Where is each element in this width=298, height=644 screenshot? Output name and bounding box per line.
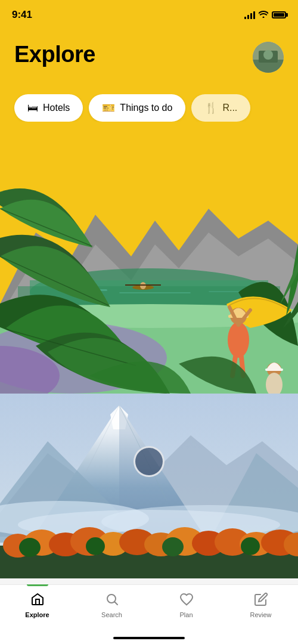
page-title: Explore: [14, 42, 95, 67]
heart-icon: [179, 592, 194, 609]
chip-things-to-do[interactable]: 🎫 Things to do: [89, 94, 185, 122]
search-icon: [105, 592, 119, 609]
hotels-icon: 🛏: [27, 102, 38, 114]
chip-restaurants[interactable]: 🍴 R...: [191, 94, 250, 122]
explore-label: Explore: [25, 611, 49, 618]
svg-rect-31: [265, 369, 283, 371]
search-label: Search: [101, 611, 122, 618]
signal-icon: [244, 11, 255, 19]
chip-things-label: Things to do: [120, 103, 172, 113]
battery-icon: [272, 11, 286, 18]
chip-hotels[interactable]: 🛏 Hotels: [14, 94, 83, 122]
svg-point-23: [228, 322, 249, 358]
svg-point-59: [19, 538, 41, 557]
nav-plan[interactable]: Plan: [149, 592, 224, 618]
svg-rect-11: [119, 292, 191, 293]
home-icon: [30, 592, 45, 609]
carousel-indicator[interactable]: [134, 446, 164, 477]
chip-restaurants-label: R...: [222, 103, 237, 113]
bottom-navbar: Explore Search Plan Review: [0, 584, 298, 644]
illustration: [0, 137, 298, 394]
status-icons: [244, 10, 286, 20]
wifi-icon: [259, 10, 268, 20]
filter-chips: 🛏 Hotels 🎫 Things to do 🍴 R...: [0, 94, 298, 122]
review-label: Review: [250, 611, 271, 618]
avatar[interactable]: [253, 42, 284, 73]
home-indicator: [113, 637, 185, 639]
chip-hotels-label: Hotels: [43, 103, 70, 113]
mountain-section: [0, 394, 298, 578]
nav-explore[interactable]: Explore: [0, 592, 74, 618]
svg-point-62: [241, 537, 260, 555]
restaurant-icon: 🍴: [204, 101, 218, 114]
edit-icon: [254, 592, 268, 609]
status-bar: 9:41: [0, 0, 298, 30]
nav-review[interactable]: Review: [224, 592, 298, 618]
plan-label: Plan: [179, 611, 193, 618]
things-icon: 🎫: [102, 101, 115, 114]
nav-search[interactable]: Search: [74, 592, 149, 618]
status-time: 9:41: [12, 9, 32, 21]
svg-point-61: [162, 537, 184, 556]
svg-point-3: [263, 50, 273, 60]
svg-point-60: [86, 537, 105, 555]
svg-line-64: [114, 602, 117, 605]
